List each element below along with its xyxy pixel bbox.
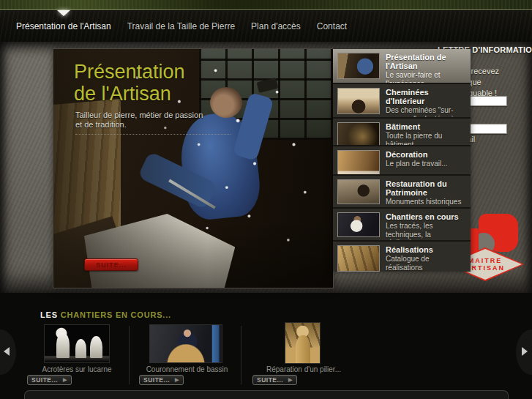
- hero-title: Présentation de l'Artisan: [74, 61, 185, 105]
- sidebar-item-cheminees[interactable]: Cheminées d'Intérieur Des cheminées "sur…: [333, 84, 471, 119]
- menu-item-title: Chantiers en cours: [386, 212, 466, 221]
- page: Présentation de l'Artisan Travail de la …: [0, 0, 532, 399]
- carousel-prev-button[interactable]: [0, 329, 16, 375]
- sidebar-item-batiment[interactable]: Bâtiment Toute la pierre du bâtiment...: [333, 119, 471, 146]
- hero-subtitle-line2: et de tradition.: [75, 120, 127, 129]
- hero-title-line2: de l'Artisan: [74, 83, 171, 105]
- menu-item-desc: Le savoir-faire et l'expérience...: [386, 71, 466, 84]
- hero-dotted-divider: [75, 134, 231, 135]
- menu-thumbnail-chantiers: [337, 212, 380, 237]
- nav-item-contact[interactable]: Contact: [317, 21, 347, 31]
- menu-thumbnail-batiment: [337, 122, 380, 146]
- menu-item-title: Décoration: [386, 150, 448, 159]
- menu-item-desc: Toute la pierre du bâtiment...: [386, 132, 466, 146]
- menu-thumbnail-restauration: [337, 179, 380, 204]
- carousel-heading: LES CHANTIERS EN COURS...: [40, 310, 171, 319]
- top-texture-band: [0, 0, 532, 10]
- hero-suite-button[interactable]: SUITE...: [84, 258, 138, 271]
- menu-thumbnail-decoration: [337, 150, 380, 176]
- carousel-suite-button[interactable]: SUITE...▶: [27, 375, 72, 385]
- menu-item-title: Réalisations: [386, 245, 466, 254]
- menu-item-title: Présentation de l'Artisan: [386, 53, 466, 70]
- carousel-divider: [241, 326, 241, 384]
- sidebar-item-chantiers[interactable]: Chantiers en cours Les tracés, les techn…: [333, 209, 471, 242]
- carousel-suite-button[interactable]: SUITE...▶: [139, 375, 184, 385]
- hero-subtitle-line1: Tailleur de pierre, métier de passion: [75, 111, 203, 119]
- main-navigation: Présentation de l'Artisan Travail de la …: [0, 11, 532, 42]
- carousel-suite-button[interactable]: SUITE...▶: [252, 375, 297, 385]
- chevron-right-icon: [522, 347, 528, 356]
- arrow-right-icon: ▶: [175, 377, 179, 383]
- menu-item-desc: Des cheminées "sur-mesures" adaptées à v…: [386, 106, 466, 119]
- logo-text-line2: ARTISAN: [465, 264, 505, 272]
- carousel-heading-prefix: LES: [40, 310, 61, 319]
- category-menu: Présentation de l'Artisan Le savoir-fair…: [333, 49, 471, 272]
- carousel-thumbnail-couronnement[interactable]: [149, 324, 222, 363]
- hero-title-line1: Présentation: [74, 61, 185, 83]
- sidebar-item-presentation[interactable]: Présentation de l'Artisan Le savoir-fair…: [333, 49, 471, 84]
- carousel-thumbnail-acroteres[interactable]: [44, 324, 110, 363]
- nav-item-plan-acces[interactable]: Plan d'accès: [251, 21, 301, 31]
- suite-label: SUITE...: [31, 376, 58, 384]
- menu-thumbnail-cheminees: [337, 88, 380, 114]
- carousel-heading-text: CHANTIERS EN COURS...: [61, 310, 171, 319]
- menu-item-desc: Monuments historiques ou rénovation d'an…: [386, 198, 466, 209]
- chantiers-carousel-section: LES CHANTIERS EN COURS... Acrotères sur …: [0, 293, 532, 399]
- nav-item-presentation[interactable]: Présentation de l'Artisan: [16, 21, 111, 31]
- suite-label: SUITE...: [257, 376, 283, 384]
- menu-thumbnail-realisations: [337, 245, 380, 272]
- logo-text-line1: MAITRE: [468, 257, 503, 264]
- menu-thumbnail-presentation: [337, 53, 380, 79]
- hero-subtitle: Tailleur de pierre, métier de passion et…: [75, 111, 203, 130]
- newsletter-email-input[interactable]: [469, 124, 507, 134]
- newsletter-name-input[interactable]: [469, 96, 507, 106]
- arrow-right-icon: ▶: [63, 377, 67, 383]
- carousel-divider: [129, 326, 130, 384]
- active-tab-pointer-icon: [57, 10, 70, 16]
- footer-panel-edge: [24, 390, 509, 399]
- stone-finial: [56, 333, 70, 358]
- hero-slide: Présentation de l'Artisan Tailleur de pi…: [53, 49, 333, 288]
- carousel-caption: Acrotères sur lucarne: [29, 365, 124, 373]
- menu-item-desc: Le plan de travail...: [386, 160, 448, 168]
- suite-label: SUITE...: [143, 376, 170, 384]
- menu-item-title: Restauration du Patrimoine: [386, 179, 466, 197]
- carousel-caption: Réparation d'un pilier...: [260, 365, 348, 373]
- stone-finial: [75, 339, 86, 358]
- menu-item-desc: Catalogue de réalisations: [386, 255, 466, 272]
- menu-item-title: Bâtiment: [386, 122, 466, 131]
- carousel-next-button[interactable]: [516, 329, 532, 375]
- carousel-caption: Couronnement de bassin: [145, 365, 229, 373]
- chevron-left-icon: [4, 347, 10, 356]
- stone-finial: [90, 336, 102, 358]
- arrow-right-icon: ▶: [288, 377, 293, 383]
- sidebar-item-restauration[interactable]: Restauration du Patrimoine Monuments his…: [333, 176, 471, 209]
- carousel-thumbnail-pilier[interactable]: [285, 322, 321, 364]
- stone-pillar: [296, 335, 310, 363]
- menu-item-title: Cheminées d'Intérieur: [386, 88, 466, 105]
- nav-item-travail-taille-pierre[interactable]: Travail de la Taille de Pierre: [127, 21, 235, 31]
- menu-item-desc: Les tracés, les techniques, la réalisati…: [386, 222, 466, 242]
- sidebar-item-realisations[interactable]: Réalisations Catalogue de réalisations: [333, 242, 471, 272]
- sidebar-item-decoration[interactable]: Décoration Le plan de travail...: [333, 146, 471, 176]
